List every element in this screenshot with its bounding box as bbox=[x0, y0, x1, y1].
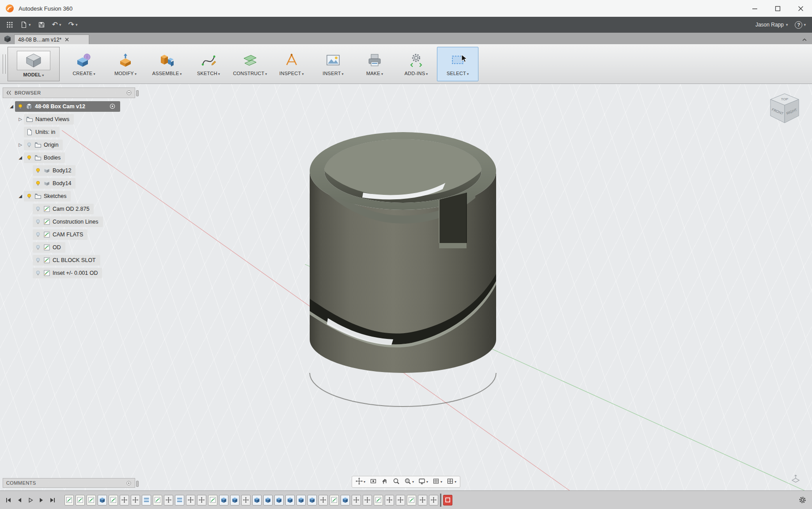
timeline-feature-sketch-9[interactable] bbox=[153, 495, 162, 505]
browser-item-origin[interactable]: ▷Origin bbox=[3, 138, 135, 151]
nav-pan-orbit-button[interactable]: ▾ bbox=[356, 478, 365, 486]
nav-zoom-window-button[interactable]: ▾ bbox=[404, 478, 414, 486]
undo-button[interactable]: ↶▾ bbox=[52, 21, 61, 28]
save-button[interactable] bbox=[38, 21, 45, 28]
browser-item-sketches[interactable]: ◢Sketches bbox=[3, 190, 135, 202]
timeline-feature-extrude-18[interactable] bbox=[252, 495, 262, 505]
nav-viewports-button[interactable]: ▾ bbox=[447, 478, 456, 486]
browser-item-pill[interactable]: CL BLOCK SLOT bbox=[33, 255, 100, 266]
timeline-feature-move-34[interactable] bbox=[429, 495, 438, 505]
tree-expanded-arrow-icon[interactable]: ◢ bbox=[17, 155, 24, 160]
visibility-bulb-icon[interactable] bbox=[35, 232, 41, 238]
browser-header[interactable]: BROWSER bbox=[3, 87, 135, 98]
maximize-button[interactable] bbox=[766, 0, 789, 17]
nav-grid-layout-button[interactable]: ▾ bbox=[433, 478, 442, 486]
viewport-canvas[interactable]: TOP FRONT RIGHT BROWSER ◢48-08 Box Cam v… bbox=[0, 84, 812, 490]
timeline-feature-sketch-2[interactable] bbox=[76, 495, 85, 505]
timeline-feature-sketch-32[interactable] bbox=[407, 495, 416, 505]
timeline-feature-sketch-5[interactable] bbox=[109, 495, 118, 505]
timeline-feature-error-36[interactable] bbox=[443, 495, 452, 505]
timeline-feature-move-12[interactable] bbox=[186, 495, 195, 505]
browser-item-pill[interactable]: 48-08 Box Cam v12 bbox=[15, 101, 120, 112]
timeline-feature-sketch-25[interactable] bbox=[330, 495, 339, 505]
browser-item-pill[interactable]: Cam OD 2.875 bbox=[33, 204, 94, 214]
visibility-bulb-icon[interactable] bbox=[26, 142, 32, 148]
timeline-feature-extrude-26[interactable] bbox=[341, 495, 350, 505]
browser-item-named-views[interactable]: ▷Named Views bbox=[3, 113, 135, 125]
browser-item-48-08-box-cam-v12[interactable]: ◢48-08 Box Cam v12 bbox=[3, 100, 135, 113]
browser-item-pill[interactable]: Body12 bbox=[33, 165, 76, 176]
browser-item-pill[interactable]: CAM FLATS bbox=[33, 229, 87, 240]
timeline-feature-move-30[interactable] bbox=[385, 495, 394, 505]
workspace-selector[interactable]: MODEL▾ bbox=[8, 47, 60, 81]
nav-pan-hand-button[interactable] bbox=[381, 478, 388, 486]
document-tab[interactable]: 48-08 B…am v12* bbox=[14, 34, 89, 44]
ribbon-group-select[interactable]: SELECT▾ bbox=[437, 47, 478, 81]
ribbon-group-create[interactable]: CREATE▾ bbox=[63, 47, 105, 81]
ribbon-group-inspect[interactable]: INSPECT▾ bbox=[271, 47, 312, 81]
timeline-feature-extrude-22[interactable] bbox=[296, 495, 306, 505]
timeline-feature-move-24[interactable] bbox=[319, 495, 328, 505]
browser-item-pill[interactable]: Construction Lines bbox=[33, 217, 103, 227]
browser-item-od[interactable]: OD bbox=[3, 241, 135, 254]
browser-item-cl-block-slot[interactable]: CL BLOCK SLOT bbox=[3, 254, 135, 266]
step-back-button[interactable] bbox=[16, 497, 23, 503]
browser-item-pill[interactable]: Body14 bbox=[33, 178, 76, 189]
data-panel-button[interactable] bbox=[6, 21, 13, 28]
toolbar-grip-handle[interactable] bbox=[3, 54, 6, 74]
timeline-feature-move-28[interactable] bbox=[363, 495, 372, 505]
timeline-feature-pattern-8[interactable] bbox=[142, 495, 151, 505]
redo-button[interactable]: ↷▾ bbox=[68, 21, 77, 28]
viewcube-top-label[interactable]: TOP bbox=[781, 97, 788, 101]
timeline-feature-move-31[interactable] bbox=[396, 495, 405, 505]
visibility-bulb-icon[interactable] bbox=[26, 155, 32, 161]
navigation-aid-icon[interactable] bbox=[791, 474, 801, 483]
collapse-toolbar-icon[interactable] bbox=[801, 37, 808, 42]
timeline-feature-sketch-14[interactable] bbox=[208, 495, 217, 505]
tree-collapsed-arrow-icon[interactable]: ▷ bbox=[17, 142, 24, 147]
close-button[interactable] bbox=[789, 0, 812, 17]
play-button[interactable] bbox=[27, 497, 34, 503]
browser-item-body14[interactable]: Body14 bbox=[3, 177, 135, 190]
ribbon-group-sketch[interactable]: SKETCH▾ bbox=[188, 47, 229, 81]
timeline-feature-extrude-4[interactable] bbox=[98, 495, 107, 505]
help-menu[interactable]: ?▾ bbox=[795, 21, 806, 29]
tree-expanded-arrow-icon[interactable]: ◢ bbox=[8, 104, 15, 109]
ribbon-group-modify[interactable]: MODIFY▾ bbox=[105, 47, 146, 81]
visibility-bulb-icon[interactable] bbox=[35, 206, 41, 212]
browser-item-cam-flats[interactable]: CAM FLATS bbox=[3, 228, 135, 241]
browser-item-pill[interactable]: Origin bbox=[24, 140, 63, 150]
timeline-feature-sketch-29[interactable] bbox=[374, 495, 383, 505]
browser-item-pill[interactable]: Inset +/- 0.001 OD bbox=[33, 268, 102, 278]
tree-collapsed-arrow-icon[interactable]: ▷ bbox=[17, 117, 24, 122]
timeline-feature-extrude-16[interactable] bbox=[230, 495, 239, 505]
browser-item-pill[interactable]: Named Views bbox=[24, 114, 74, 125]
timeline-feature-extrude-23[interactable] bbox=[307, 495, 317, 505]
timeline-feature-move-33[interactable] bbox=[418, 495, 427, 505]
browser-item-construction-lines[interactable]: Construction Lines bbox=[3, 215, 135, 228]
nav-zoom-button[interactable] bbox=[393, 478, 400, 486]
ribbon-group-assemble[interactable]: ASSEMBLE▾ bbox=[146, 47, 188, 81]
collapse-panel-icon[interactable] bbox=[6, 90, 12, 96]
browser-item-pill[interactable]: Units: in bbox=[24, 127, 60, 137]
visibility-bulb-icon[interactable] bbox=[35, 257, 41, 263]
skip-to-start-button[interactable] bbox=[5, 497, 11, 503]
browser-item-inset-0-001-od[interactable]: Inset +/- 0.001 OD bbox=[3, 266, 135, 279]
timeline-feature-extrude-15[interactable] bbox=[219, 495, 228, 505]
activate-component-icon[interactable] bbox=[109, 103, 116, 110]
visibility-bulb-icon[interactable] bbox=[35, 270, 41, 276]
timeline-feature-extrude-21[interactable] bbox=[285, 495, 295, 505]
ribbon-group-construct[interactable]: CONSTRUCT▾ bbox=[229, 47, 271, 81]
minimize-button[interactable] bbox=[743, 0, 766, 17]
visibility-bulb-icon[interactable] bbox=[17, 103, 23, 110]
visibility-bulb-icon[interactable] bbox=[35, 180, 41, 186]
view-cube[interactable]: TOP FRONT RIGHT bbox=[764, 90, 805, 131]
timeline-feature-sketch-1[interactable] bbox=[65, 495, 74, 505]
timeline-feature-move-17[interactable] bbox=[241, 495, 250, 505]
timeline-feature-move-13[interactable] bbox=[197, 495, 206, 505]
visibility-bulb-icon[interactable] bbox=[35, 167, 41, 174]
tab-close-icon[interactable] bbox=[65, 38, 69, 42]
browser-item-body12[interactable]: Body12 bbox=[3, 164, 135, 177]
timeline-settings-gear-icon[interactable] bbox=[798, 496, 807, 504]
panel-resize-handle[interactable] bbox=[136, 90, 139, 96]
